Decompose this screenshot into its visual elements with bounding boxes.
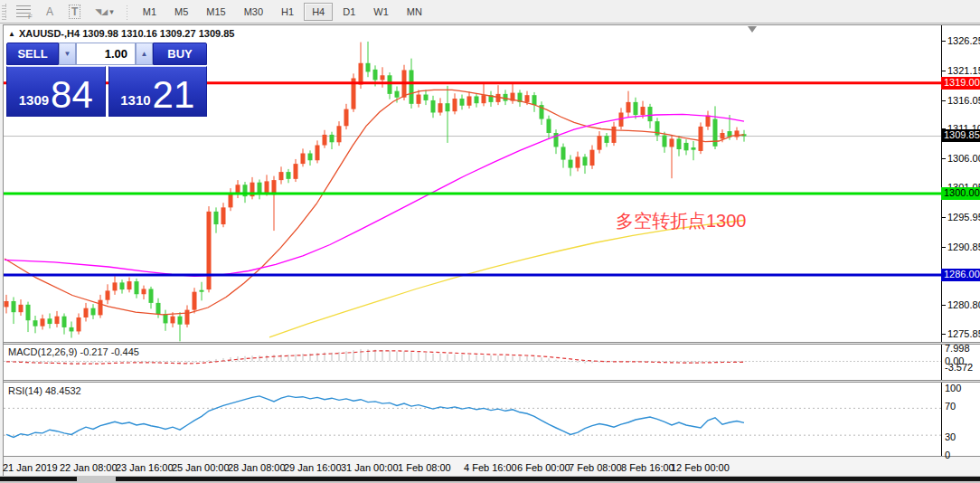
rsi-axis-label-0: 0 [945,450,950,460]
timeframe-button-group: M1M5M15M30H1H4D1W1MN [134,3,431,21]
sell-price-big: 84 [51,76,93,114]
price-label-1326.25: 1326.25 [947,35,980,46]
macd-axis-label-7.998: 7.998 [945,343,970,354]
time-label: 8 Feb 16:00 [621,462,674,473]
time-label: 6 Feb 00:00 [517,462,570,473]
macd-axis-label--3.572: -3.572 [945,362,973,373]
panel-divider-rsi[interactable] [4,380,980,383]
timeframe-button-w1[interactable]: W1 [365,3,397,21]
price-badge-1319.00: 1319.00 [941,77,980,90]
price-label-1295.95: 1295.95 [947,212,980,223]
axis-tick [942,158,946,159]
axis-tick [942,100,946,101]
sell-button[interactable]: SELL [6,43,59,65]
rsi-label: RSI(14) 48.4532 [8,385,81,396]
price-axis-separator [941,25,942,456]
taskbar-edge-segment [116,477,980,481]
arrows-tool-button[interactable]: ◥◢ ▾ [89,3,119,21]
price-label-1321.15: 1321.15 [947,65,980,76]
axis-tick [942,247,946,248]
timeframe-button-m15[interactable]: M15 [198,3,233,21]
price-label-1316.05: 1316.05 [947,95,980,106]
price-label-1275.85: 1275.85 [947,328,980,339]
sell-price-small: 1309 [19,92,49,108]
text-a-icon: A [46,5,53,18]
time-label: 21 Jan 2019 [3,462,58,473]
time-label: 29 Jan 16:00 [284,462,342,473]
rsi-axis-label-70: 70 [945,401,956,412]
symbol-header: ▲ XAUUSD-,H4 1309.98 1310.16 1309.27 130… [8,28,234,39]
timeframe-button-m5[interactable]: M5 [166,3,196,21]
buy-price-small: 1310 [120,92,150,108]
shift-end-marker-icon [748,26,757,33]
toolbar-separator [125,4,130,20]
time-label: 31 Jan 00:00 [341,462,399,473]
timeframe-button-h4[interactable]: H4 [304,3,333,21]
fibonacci-icon: F [16,5,31,17]
rsi-panel[interactable] [4,383,941,456]
axis-tick [942,305,946,306]
axis-tick [942,71,946,71]
panel-divider-macd[interactable] [4,342,980,345]
time-label: 28 Jan 08:00 [228,462,286,473]
price-badge-1300.00: 1300.00 [941,187,980,200]
collapse-triangle-icon[interactable]: ▲ [8,30,15,38]
volume-decrease-button[interactable]: ▼ [59,43,76,65]
fibonacci-tool-button[interactable]: F [10,3,37,21]
macd-panel[interactable] [4,345,941,380]
toolbar-grip[interactable] [2,4,6,20]
time-label: 23 Jan 16:00 [116,462,174,473]
timeframe-button-m1[interactable]: M1 [135,3,165,21]
sell-price-box[interactable]: 1309 84 [6,66,106,117]
volume-input[interactable]: 1.00 [76,43,136,65]
axis-tick [942,217,946,218]
timeframe-button-d1[interactable]: D1 [335,3,363,21]
buy-price-big: 21 [153,76,195,114]
price-label-1280.80: 1280.80 [947,299,980,310]
buy-button[interactable]: BUY [153,43,207,65]
text-box-tool-button[interactable]: T [62,3,87,21]
time-label: 22 Jan 08:00 [60,462,118,473]
macd-label: MACD(12,26,9) -0.217 -0.445 [8,346,139,357]
one-click-trading-panel: SELL ▼ 1.00 ▲ BUY 1309 84 1310 21 [6,43,207,117]
text-label-tool-button[interactable]: A [39,3,61,21]
axis-tick [942,41,946,42]
chevron-down-icon: ▾ [109,7,114,16]
text-t-icon: T [69,5,80,19]
chart-annotation-text: 多空转折点1300 [616,209,747,233]
rsi-axis-label-30: 30 [945,431,956,442]
time-label: 7 Feb 08:00 [569,462,622,473]
rsi-axis-label-100: 100 [945,383,961,393]
timeframe-button-h1[interactable]: H1 [273,3,302,21]
axis-tick [942,334,946,335]
price-label-1306.00: 1306.00 [947,153,980,164]
taskbar-edge [0,476,980,483]
time-label: 25 Jan 00:00 [172,462,230,473]
time-label: 12 Feb 00:00 [671,462,730,473]
taskbar-edge-segment [0,477,77,481]
timeframe-button-mn[interactable]: MN [399,3,430,21]
symbol-ohlc-text: XAUUSD-,H4 1309.98 1310.16 1309.27 1309.… [19,28,235,39]
arrows-icon: ◥◢ [95,7,108,16]
price-label-1290.85: 1290.85 [947,242,980,252]
price-badge-1309.85: 1309.85 [941,129,980,142]
toolbar: F A T ◥◢ ▾ M1M5M15M30H1H4D1W1MN [0,0,980,24]
volume-increase-button[interactable]: ▲ [136,43,153,65]
price-badge-1286.00: 1286.00 [941,269,980,281]
timeframe-button-m30[interactable]: M30 [236,3,271,21]
time-label: 4 Feb 16:00 [464,462,517,473]
time-label: 1 Feb 08:00 [398,462,451,473]
buy-price-box[interactable]: 1310 21 [108,66,208,117]
